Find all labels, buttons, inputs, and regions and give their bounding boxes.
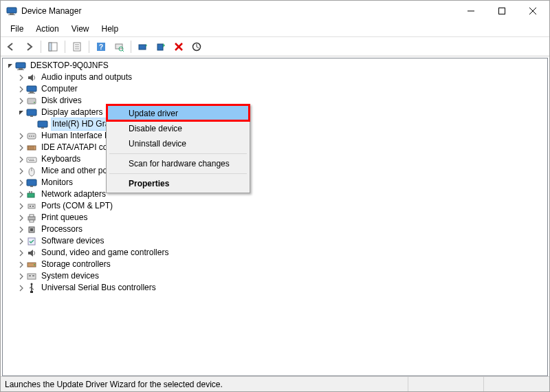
toolbar-separator: [89, 41, 89, 53]
statusbar-segment: [483, 377, 545, 391]
expand-icon[interactable]: [16, 248, 26, 258]
tree-category[interactable]: IDE ATA/ATAPI controllers: [6, 142, 544, 153]
toolbar-separator: [131, 41, 131, 53]
tree-category[interactable]: Universal Serial Bus controllers: [6, 282, 544, 294]
tree-category[interactable]: Audio inputs and outputs: [6, 72, 544, 83]
menu-view[interactable]: View: [66, 23, 95, 35]
menu-help[interactable]: Help: [96, 23, 124, 35]
expand-icon[interactable]: [16, 190, 26, 199]
toolbar-separator: [41, 41, 41, 53]
display-icon: [37, 119, 48, 130]
expand-icon[interactable]: [16, 85, 26, 94]
svg-rect-23: [16, 63, 25, 68]
tree-item-label: Computer: [40, 83, 79, 95]
minimize-button[interactable]: [455, 1, 486, 21]
tree-category[interactable]: Display adapters: [6, 107, 544, 118]
expand-icon[interactable]: [16, 166, 26, 176]
audio-icon: [26, 72, 37, 83]
show-hide-tree-button[interactable]: [45, 39, 60, 54]
app-icon: [6, 6, 17, 17]
menu-file[interactable]: File: [5, 23, 29, 35]
expand-icon[interactable]: [16, 96, 26, 106]
context-menu-uninstall-device[interactable]: Uninstall device: [108, 136, 248, 151]
display-icon: [26, 107, 37, 118]
svg-rect-68: [32, 275, 34, 276]
tree-item-label: Software devices: [40, 235, 105, 247]
tree-category[interactable]: Disk drives: [6, 95, 544, 107]
tree-item-label: System devices: [40, 270, 100, 282]
expand-icon[interactable]: [16, 73, 26, 83]
svg-point-65: [34, 264, 35, 265]
context-menu-properties[interactable]: Properties: [108, 176, 248, 191]
svg-rect-4: [498, 8, 505, 14]
properties-button[interactable]: [69, 39, 85, 54]
software-icon: [26, 236, 37, 247]
context-menu-update-driver[interactable]: Update driver: [108, 106, 248, 121]
expand-icon[interactable]: [16, 213, 26, 223]
svg-rect-62: [30, 228, 33, 231]
collapse-icon[interactable]: [16, 108, 26, 118]
close-button[interactable]: [517, 1, 548, 21]
uninstall-device-button[interactable]: [171, 39, 186, 54]
expand-icon[interactable]: [16, 178, 26, 188]
expand-icon[interactable]: [16, 225, 26, 235]
tree-category[interactable]: Computer: [6, 83, 544, 95]
collapse-icon[interactable]: [6, 61, 15, 71]
tree-item-label: Universal Serial Bus controllers: [40, 282, 157, 294]
svg-rect-60: [30, 220, 34, 222]
expand-icon[interactable]: [16, 202, 26, 211]
svg-rect-67: [29, 275, 31, 276]
hid-icon: [26, 131, 37, 142]
expand-icon[interactable]: [16, 237, 26, 246]
tree-category[interactable]: Sound, video and game controllers: [6, 247, 544, 259]
tree-category[interactable]: Monitors: [6, 177, 544, 188]
expand-icon[interactable]: [16, 283, 26, 293]
tree-item-label: Processors: [40, 224, 84, 235]
svg-rect-52: [28, 193, 34, 197]
forward-button[interactable]: [21, 39, 36, 54]
maximize-button[interactable]: [486, 1, 517, 21]
scan-hardware-button[interactable]: [111, 39, 126, 54]
expand-icon[interactable]: [16, 131, 26, 141]
tree-item-label: Audio inputs and outputs: [40, 72, 133, 83]
svg-rect-27: [30, 91, 34, 93]
context-menu: Update driver Disable device Uninstall d…: [106, 104, 250, 193]
tree-item-label: Keyboards: [40, 153, 82, 165]
tree-category[interactable]: Ports (COM & LPT): [6, 200, 544, 212]
update-driver-button[interactable]: [135, 39, 151, 54]
tree-category[interactable]: Human Interface Devices: [6, 130, 544, 142]
tree-category[interactable]: Mice and other pointing devices: [6, 165, 544, 177]
toolbar: ?: [1, 37, 549, 56]
cpu-icon: [26, 224, 37, 235]
tree-category[interactable]: Print queues: [6, 212, 544, 224]
svg-rect-59: [30, 215, 34, 217]
tree-category[interactable]: Keyboards: [6, 153, 544, 165]
ide-icon: [26, 142, 37, 153]
menu-action[interactable]: Action: [30, 23, 64, 35]
tree-item-label: Storage controllers: [40, 259, 112, 270]
expand-icon[interactable]: [16, 272, 26, 281]
context-menu-disable-device[interactable]: Disable device: [108, 121, 248, 136]
context-menu-scan-hardware[interactable]: Scan for hardware changes: [108, 156, 248, 171]
svg-rect-66: [28, 274, 36, 279]
tree-category[interactable]: Software devices: [6, 235, 544, 247]
svg-rect-28: [28, 93, 35, 94]
device-tree-pane[interactable]: DESKTOP-9Q0JNFSAudio inputs and outputsC…: [2, 58, 548, 376]
help-button[interactable]: ?: [94, 39, 109, 54]
tree-category[interactable]: Storage controllers: [6, 259, 544, 270]
tree-category[interactable]: Network adapters: [6, 188, 544, 200]
expand-icon[interactable]: [16, 143, 26, 153]
tree-category[interactable]: System devices: [6, 270, 544, 282]
svg-point-56: [30, 206, 31, 207]
expand-icon[interactable]: [16, 155, 26, 164]
tree-root[interactable]: DESKTOP-9Q0JNFS: [6, 60, 544, 72]
svg-point-30: [34, 102, 35, 103]
scan-changes-button[interactable]: [189, 39, 204, 54]
enable-device-button[interactable]: [153, 39, 168, 54]
tree-device[interactable]: Intel(R) HD Graphics 400: [6, 118, 544, 130]
sound-icon: [26, 248, 37, 259]
expand-icon[interactable]: [16, 260, 26, 270]
svg-rect-58: [28, 217, 35, 220]
back-button[interactable]: [3, 39, 19, 54]
tree-category[interactable]: Processors: [6, 224, 544, 235]
